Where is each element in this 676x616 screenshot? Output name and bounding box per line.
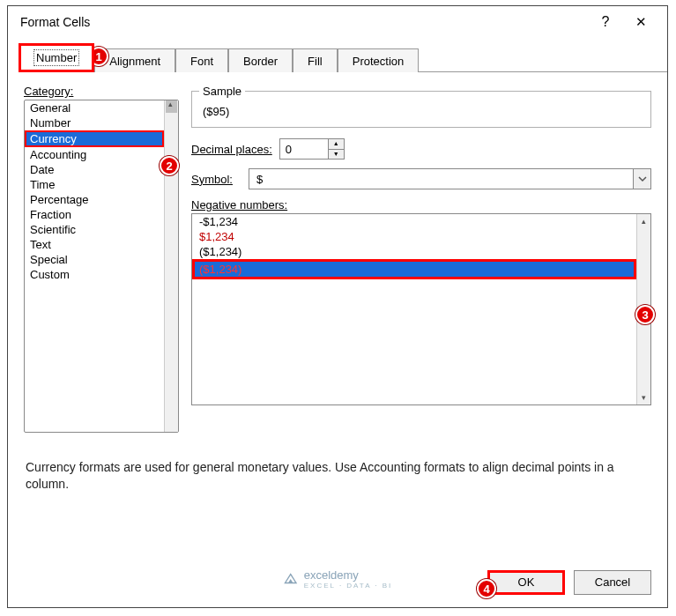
sample-value: ($95) xyxy=(199,103,643,120)
category-scrollbar[interactable] xyxy=(164,100,178,432)
decimal-places-input[interactable] xyxy=(280,139,328,159)
decimal-places-label: Decimal places: xyxy=(191,143,272,156)
cancel-button[interactable]: Cancel xyxy=(574,570,651,595)
scroll-down-icon[interactable]: ▾ xyxy=(637,390,650,404)
neg-item-2[interactable]: $1,234 xyxy=(192,229,636,244)
tab-number[interactable]: Number xyxy=(19,43,94,72)
help-icon[interactable]: ? xyxy=(588,14,623,30)
category-description: Currency formats are used for general mo… xyxy=(26,459,650,493)
category-label: Category: xyxy=(24,85,73,98)
tab-border[interactable]: Border xyxy=(228,48,293,72)
sample-legend: Sample xyxy=(199,85,245,98)
neg-item-1[interactable]: -$1,234 xyxy=(192,214,636,229)
decimal-places-spinner[interactable]: ▲ ▼ xyxy=(279,138,345,160)
ok-button[interactable]: OK xyxy=(487,570,565,595)
symbol-dropdown[interactable]: $ xyxy=(249,168,651,189)
chevron-down-icon[interactable] xyxy=(633,169,650,189)
category-item-text[interactable]: Text xyxy=(25,237,164,252)
tab-strip: Number Alignment Font Border Fill Protec… xyxy=(19,43,667,72)
spinner-down-icon[interactable]: ▼ xyxy=(329,150,344,160)
tab-fill[interactable]: Fill xyxy=(293,48,338,72)
sample-group: Sample ($95) xyxy=(191,85,651,128)
category-item-general[interactable]: General xyxy=(25,100,164,115)
symbol-label: Symbol: xyxy=(191,173,233,186)
category-listbox[interactable]: General Number Currency Accounting Date … xyxy=(24,100,179,433)
close-icon[interactable]: ✕ xyxy=(623,14,658,30)
exceldemy-logo-icon xyxy=(283,571,299,587)
negative-numbers-label: Negative numbers: xyxy=(191,198,287,212)
format-cells-dialog: Format Cells ? ✕ Number Alignment Font B… xyxy=(7,5,668,608)
category-item-fraction[interactable]: Fraction xyxy=(25,207,164,222)
category-item-accounting[interactable]: Accounting xyxy=(25,147,164,162)
category-item-number[interactable]: Number xyxy=(25,115,164,130)
neg-item-4[interactable]: ($1,234) xyxy=(192,259,636,279)
category-item-custom[interactable]: Custom xyxy=(25,267,164,282)
category-item-special[interactable]: Special xyxy=(25,252,164,267)
category-item-time[interactable]: Time xyxy=(25,177,164,192)
annotation-4: 4 xyxy=(477,579,496,598)
tab-font[interactable]: Font xyxy=(175,48,228,72)
annotation-2: 2 xyxy=(160,156,179,175)
category-item-date[interactable]: Date xyxy=(25,162,164,177)
annotation-3: 3 xyxy=(635,305,655,324)
tab-protection[interactable]: Protection xyxy=(338,48,420,72)
watermark-subtext: EXCEL · DATA · BI xyxy=(304,582,393,590)
spinner-up-icon[interactable]: ▲ xyxy=(329,139,344,150)
dialog-title: Format Cells xyxy=(20,15,588,29)
scroll-up-icon[interactable]: ▴ xyxy=(637,214,650,228)
neg-item-3[interactable]: ($1,234) xyxy=(192,244,636,259)
watermark-text: exceldemy xyxy=(304,568,393,582)
category-item-scientific[interactable]: Scientific xyxy=(25,222,164,237)
category-item-currency[interactable]: Currency xyxy=(25,130,164,147)
symbol-value: $ xyxy=(249,173,633,186)
negative-numbers-listbox[interactable]: -$1,234 $1,234 ($1,234) ($1,234) ▴ ▾ xyxy=(191,213,651,405)
titlebar: Format Cells ? ✕ xyxy=(8,6,667,38)
category-item-percentage[interactable]: Percentage xyxy=(25,192,164,207)
watermark: exceldemy EXCEL · DATA · BI xyxy=(283,568,393,590)
